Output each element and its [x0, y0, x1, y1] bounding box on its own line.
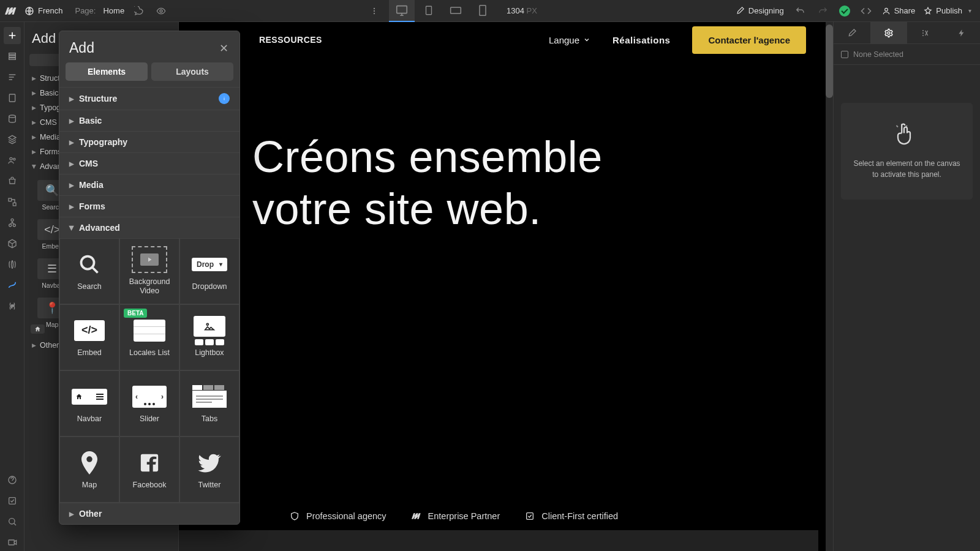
- rp-tab-style[interactable]: [834, 22, 870, 43]
- breakpoint-mobile-portrait[interactable]: [470, 0, 496, 22]
- info-icon[interactable]: [219, 93, 230, 104]
- close-icon[interactable]: ✕: [217, 42, 230, 54]
- cat-advanced[interactable]: ▶Advanced: [59, 217, 239, 238]
- cms-tool[interactable]: [4, 110, 21, 127]
- breakpoint-tablet[interactable]: [416, 0, 442, 22]
- element-search[interactable]: Search: [59, 238, 119, 304]
- site-badges-row: Professional agency Enterprise Partner C…: [289, 511, 618, 522]
- pages-tool[interactable]: [4, 48, 21, 65]
- apps-tool[interactable]: [4, 214, 21, 231]
- badge-professional[interactable]: Professional agency: [289, 511, 386, 522]
- element-facebook-label: Facebook: [133, 481, 167, 490]
- svg-point-22: [9, 519, 14, 524]
- cat-typography[interactable]: ▶Typography: [59, 131, 239, 152]
- site-lang-selector[interactable]: Langue: [549, 35, 590, 45]
- hero-heading[interactable]: Créons ensemble votre site web.: [252, 131, 789, 235]
- designing-label: Designing: [748, 6, 784, 15]
- cat-forms[interactable]: ▶Forms: [59, 195, 239, 217]
- selection-indicator[interactable]: None Selected: [834, 44, 980, 65]
- code-export-icon[interactable]: [859, 4, 873, 18]
- element-bgvideo-label: Background Video: [123, 277, 176, 296]
- rp-tab-settings[interactable]: [870, 22, 907, 43]
- canvas-width-display[interactable]: 1304 PX: [507, 6, 537, 15]
- locale-selector[interactable]: French: [24, 6, 62, 16]
- advanced-elements-grid: Search Background Video Drop▾ Dropdown <…: [59, 238, 239, 503]
- audit-tool[interactable]: [4, 492, 21, 509]
- font-tool[interactable]: F: [4, 298, 21, 315]
- assets-tool[interactable]: [4, 131, 21, 148]
- comments-icon[interactable]: [132, 4, 146, 18]
- svg-point-27: [206, 323, 208, 325]
- breakpoint-desktop[interactable]: [389, 0, 415, 22]
- rp-tab-style-manager[interactable]: [907, 22, 944, 43]
- cat-basic[interactable]: ▶Basic: [59, 110, 239, 131]
- path-tool[interactable]: [4, 277, 21, 294]
- share-button[interactable]: Share: [882, 6, 916, 15]
- site-navbar: AGENCE RESSOURCES Langue Réalisations Co…: [179, 22, 826, 58]
- publish-button[interactable]: Publish ▾: [924, 6, 971, 15]
- svg-rect-11: [9, 56, 15, 58]
- element-navbar[interactable]: Navbar: [59, 370, 119, 437]
- site-nav-realisations[interactable]: Réalisations: [612, 35, 670, 45]
- svg-point-15: [10, 157, 12, 160]
- tab-elements[interactable]: Elements: [66, 62, 148, 81]
- box-tool[interactable]: [4, 235, 21, 252]
- breakpoint-menu-icon[interactable]: [367, 4, 382, 18]
- badge-enterprise[interactable]: Enterprise Partner: [411, 511, 500, 522]
- element-slider[interactable]: ‹› Slider: [119, 370, 179, 437]
- logic-tool[interactable]: [4, 193, 21, 211]
- home-icon: [75, 393, 83, 400]
- element-twitter[interactable]: Twitter: [179, 437, 239, 503]
- save-status-icon[interactable]: [839, 6, 850, 17]
- element-background-video[interactable]: Background Video: [119, 238, 179, 304]
- users-tool[interactable]: [4, 152, 21, 169]
- design-canvas[interactable]: AGENCE RESSOURCES Langue Réalisations Co…: [179, 22, 826, 551]
- selected-page-chip[interactable]: [31, 324, 45, 334]
- cat-cms[interactable]: ▶CMS: [59, 152, 239, 174]
- canvas-scrollbar[interactable]: [826, 22, 833, 551]
- add-elements-tool[interactable]: [4, 27, 21, 44]
- webflow-logo-icon[interactable]: [5, 5, 17, 17]
- find-tool[interactable]: [4, 513, 21, 530]
- scrollbar-thumb[interactable]: [826, 24, 833, 98]
- element-lightbox[interactable]: Lightbox: [179, 304, 239, 370]
- element-map[interactable]: Map: [59, 437, 119, 503]
- element-dropdown[interactable]: Drop▾ Dropdown: [179, 238, 239, 304]
- help-tool[interactable]: [4, 471, 21, 489]
- dropdown-chip-text: Drop: [197, 260, 214, 269]
- element-tabs[interactable]: Tabs: [179, 370, 239, 437]
- variables-tool[interactable]: [4, 256, 21, 273]
- site-nav-ressources[interactable]: RESSOURCES: [259, 35, 322, 45]
- element-lightbox-label: Lightbox: [195, 348, 224, 358]
- breakpoint-mobile-landscape[interactable]: [443, 0, 469, 22]
- element-embed[interactable]: </> Embed: [59, 304, 119, 370]
- element-embed-label: Embed: [77, 348, 102, 358]
- badge-clientfirst[interactable]: Client-First certified: [524, 511, 618, 522]
- cat-media[interactable]: ▶Media: [59, 174, 239, 195]
- preview-icon[interactable]: [154, 4, 168, 18]
- settings-placeholder: Select an element on the canvas to activ…: [841, 103, 973, 200]
- designing-mode[interactable]: Designing: [736, 6, 784, 15]
- undo-icon[interactable]: [793, 4, 807, 18]
- canvas-width-value: 1304: [507, 6, 524, 15]
- site-cta-button[interactable]: Contacter l'agence: [692, 26, 806, 54]
- hero-section: Créons ensemble votre site web.: [179, 58, 826, 272]
- components-tool[interactable]: [4, 89, 21, 107]
- tab-layouts[interactable]: Layouts: [151, 62, 233, 81]
- ecommerce-tool[interactable]: [4, 173, 21, 190]
- element-search-label: Search: [77, 282, 102, 291]
- redo-icon[interactable]: [816, 4, 831, 18]
- svg-point-4: [374, 12, 375, 13]
- chevron-down-icon: ▾: [219, 261, 222, 268]
- element-facebook[interactable]: Facebook: [119, 437, 179, 503]
- navigator-tool[interactable]: [4, 69, 21, 86]
- publish-label: Publish: [936, 6, 962, 15]
- video-tool[interactable]: [4, 534, 21, 551]
- right-panel: None Selected Select an element on the c…: [833, 22, 980, 551]
- cat-structure[interactable]: ▶Structure: [59, 87, 239, 110]
- rp-tab-interactions[interactable]: [943, 22, 980, 43]
- element-locales-list[interactable]: BETA Locales List: [119, 304, 179, 370]
- cat-other[interactable]: ▶Other: [59, 503, 239, 524]
- share-label: Share: [894, 6, 916, 15]
- page-name[interactable]: Home: [103, 6, 124, 15]
